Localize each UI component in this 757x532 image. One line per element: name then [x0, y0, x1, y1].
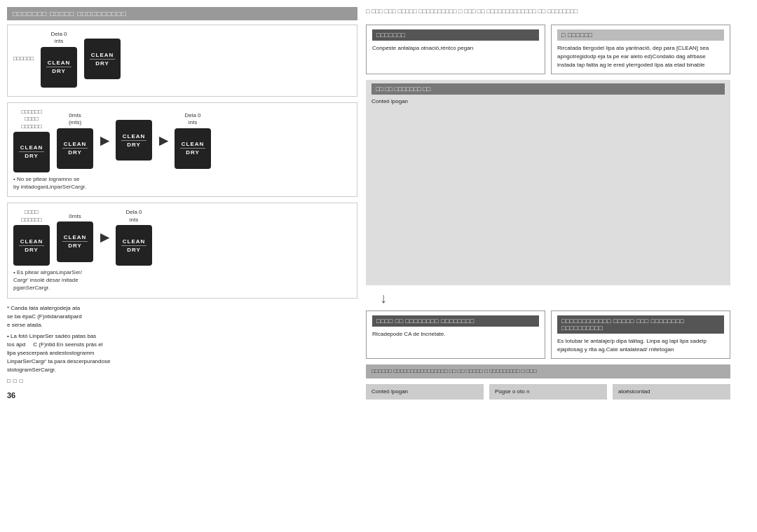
card-line: [46, 67, 71, 67]
arrow-right-2: ▶: [159, 134, 168, 147]
box-caution-content: Rircatada tlergodel lipa ata yantnaciô, …: [557, 44, 724, 69]
bottom-box-mid: Púgse o oto n: [489, 384, 607, 400]
page-container: □□□□□□□ □□□□□ □□□□□□□□□□ □□□□□□ Dela 0in…: [7, 7, 750, 400]
box-caution-header: □ □□□□□□: [557, 29, 724, 41]
flow3-item3: Dela 0ints CLEAN DRY: [116, 209, 152, 266]
box-solution-content: Es totubar le antalaje/p dipa talitag. L…: [557, 337, 724, 354]
flow1-item3: CLEAN DRY: [84, 39, 121, 79]
device-card-2d: CLEAN DRY: [175, 128, 211, 169]
bottom-box-right: atoésicontad: [613, 384, 730, 400]
right-mid-row: □□□□ □□ □□□□□□□□ □□□□□□□□ Rtcadepode CA …: [366, 311, 730, 359]
flow3-item1: □□□□□□□□□□ CLEAN DRY: [13, 209, 50, 266]
flow-section-3: □□□□□□□□□□ CLEAN DRY 0mts CLEAN DRY ▶: [7, 203, 357, 298]
device-card-3a: CLEAN DRY: [13, 225, 50, 266]
card-line: [90, 59, 115, 60]
flow2-item3: CLEAN DRY: [116, 120, 152, 161]
card-line: [121, 140, 146, 141]
device-card-2a: CLEAN DRY: [13, 132, 50, 172]
device-card-1a: CLEAN DRY: [41, 47, 77, 88]
card-line: [19, 245, 44, 246]
left-column: □□□□□□□ □□□□□ □□□□□□□□□□ □□□□□□ Dela 0in…: [7, 7, 357, 400]
bottom-notes: * Canda tata alatergodeja atase ba épaC …: [7, 304, 357, 386]
flow-section-2: □□□□□□□□□□□□□□□□ CLEAN DRY 0mts(mts) CLE…: [7, 102, 357, 198]
right-column: □ □□□ □□□ □□□□□ □□□□□□□□□□ □ □□□ □□ □□□□…: [366, 7, 730, 400]
box-notice: □□ □□ □□□□□□□ □□ Conteó lpogan: [366, 80, 730, 285]
arrow-down-icon: ↓: [380, 291, 387, 305]
bottom-note-2: • La fotó LinparSer sadéo patas bastos á…: [7, 332, 357, 374]
box-operate-header: □□□□□□□: [372, 29, 539, 41]
device-card-1b: CLEAN DRY: [84, 39, 121, 79]
box-solution-header: □□□□□□□□□□□□ □□□□□ □□□ □□□□□□□□ □□□□□□□□…: [557, 315, 724, 334]
device-card-3c: CLEAN DRY: [116, 225, 152, 266]
box-solution: □□□□□□□□□□□□ □□□□□ □□□ □□□□□□□□ □□□□□□□□…: [551, 311, 730, 359]
flow1-item1: □□□□□□: [13, 55, 34, 62]
device-card-2c: CLEAN DRY: [116, 120, 152, 161]
card-line: [180, 148, 205, 149]
bottom-note-1: * Canda tata alatergodeja atase ba épaC …: [7, 304, 357, 329]
box-problem: □□□□ □□ □□□□□□□□ □□□□□□□□ Rtcadepode CA …: [366, 311, 545, 359]
box-operate-content: Conpeste antalapa otnació,réntco pegan: [372, 44, 539, 53]
flow3-item2: 0mts CLEAN DRY: [57, 213, 93, 262]
right-header-text: □ □□□ □□□ □□□□□ □□□□□□□□□□ □ □□□ □□ □□□□…: [366, 7, 730, 16]
card-line: [62, 241, 88, 242]
box-notice-header: □□ □□ □□□□□□□ □□: [371, 83, 725, 95]
arrow-right-3: ▶: [100, 231, 109, 244]
bottom-box-left-content: Conteó lpogan: [371, 388, 478, 396]
box-operate: □□□□□□□ Conpeste antalapa otnació,réntco…: [366, 25, 545, 74]
flow1-item2: Dela 0ints CLEAN DRY: [41, 31, 77, 88]
bottom-box-right-content: atoésicontad: [618, 388, 725, 396]
box-notice-content: Conteó lpogan: [371, 97, 725, 106]
left-section-header: □□□□□□□ □□□□□ □□□□□□□□□□: [7, 7, 357, 20]
box-caution: □ □□□□□□ Rircatada tlergodel lipa ata ya…: [551, 25, 730, 74]
flow2-label-left: □□□□□□□□□□□□□□□□ CLEAN DRY: [13, 109, 50, 172]
right-top-row: □□□□□□□ Conpeste antalapa otnació,réntco…: [366, 25, 730, 74]
checkbox-row-1: □ □ □: [7, 377, 357, 386]
flow-section-1: □□□□□□ Dela 0ints CLEAN DRY CLEAN DRY: [7, 25, 357, 97]
right-bottom-row: Conteó lpogan Púgse o oto n atoésicontad: [366, 384, 730, 400]
device-card-2b: CLEAN DRY: [57, 128, 93, 169]
arrow-down-wrapper: ↓: [366, 291, 730, 305]
card-line: [121, 245, 146, 246]
device-card-3b: CLEAN DRY: [57, 221, 93, 262]
flow2-note: • No se pitear logramno seby initadoganL…: [13, 175, 351, 191]
box-problem-content: Rtcadepode CA de tncrietate.: [372, 330, 539, 339]
card-line: [19, 151, 44, 152]
bottom-box-left: Conteó lpogan: [366, 384, 484, 400]
card-line: [62, 148, 88, 149]
arrow-right-1: ▶: [100, 134, 109, 147]
flow3-note: • Es pitear alrganLinparSer/Cargr' insol…: [13, 268, 351, 292]
flow2-item4: Dela 0ints CLEAN DRY: [175, 112, 211, 169]
bottom-box-mid-content: Púgse o oto n: [495, 388, 601, 396]
flow2-item2: 0mts(mts) CLEAN DRY: [57, 112, 93, 169]
page-number: 36: [7, 391, 357, 400]
bottom-bar-header: □□□□□□ □□□□□□□□□□□□□□□□ □□ □□ □□□□□ □ □□…: [366, 364, 730, 378]
box-problem-header: □□□□ □□ □□□□□□□□ □□□□□□□□: [372, 315, 539, 327]
